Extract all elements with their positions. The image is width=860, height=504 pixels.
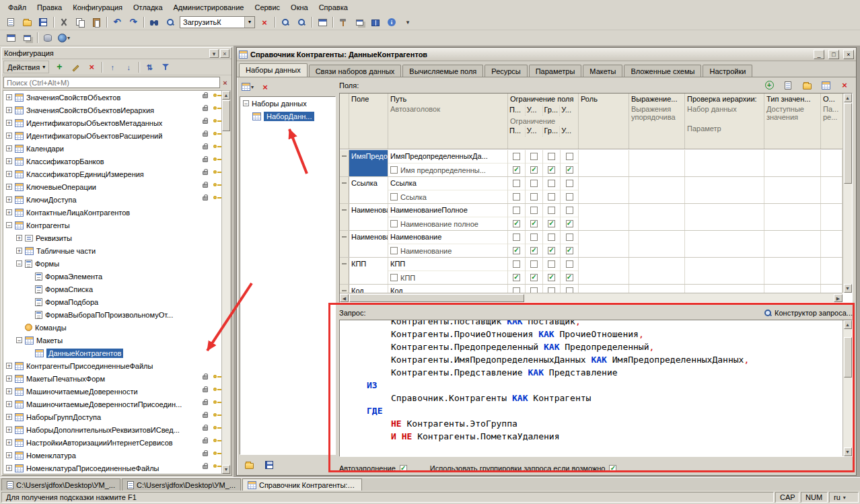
menu-item-4[interactable]: Администрирование (168, 1, 250, 13)
attr-restriction-checkbox[interactable] (566, 220, 573, 227)
delete-button[interactable]: × (84, 61, 99, 74)
value-type-cell[interactable] (764, 231, 821, 257)
close-panel-button[interactable]: × (220, 49, 229, 58)
expander-icon[interactable]: − (16, 337, 22, 343)
row-handle[interactable] (340, 258, 349, 284)
path-cell[interactable]: КППКПП (388, 258, 508, 284)
field-restriction-checkbox[interactable] (566, 180, 573, 187)
sort-button[interactable]: ⇅ (142, 61, 157, 74)
attr-restriction-checkbox[interactable] (566, 274, 573, 281)
expander-icon[interactable]: + (6, 465, 12, 471)
expander-icon[interactable]: + (6, 427, 12, 433)
attr-restriction-checkbox[interactable] (548, 247, 555, 254)
tree-item[interactable]: ФормаВыбораПоПроизвольномуОт... (3, 308, 221, 321)
extra-cell[interactable] (821, 204, 843, 230)
scroll-thumb[interactable] (844, 103, 852, 184)
language-indicator[interactable]: ru ▾ (829, 492, 859, 503)
menu-item-2[interactable]: Конфигурация (67, 1, 128, 13)
field-restriction-checkbox[interactable] (513, 180, 520, 187)
value-type-cell[interactable] (764, 258, 821, 284)
tree-item[interactable]: ФормаЭлемента (3, 270, 221, 283)
field-name-cell[interactable]: Наименован (349, 231, 388, 257)
scroll-up-icon[interactable]: ▲ (844, 320, 852, 329)
grouping-checkbox[interactable] (609, 465, 616, 472)
expression-cell[interactable] (629, 177, 685, 203)
attr-restriction-checkbox[interactable] (513, 220, 520, 227)
scroll-right-icon[interactable]: ▶ (834, 294, 843, 302)
field-name-cell[interactable]: Ссылка (349, 177, 388, 203)
tab-7[interactable]: Настройки (703, 65, 752, 77)
compare-configuration-button[interactable] (20, 31, 34, 44)
tree-item[interactable]: +КонтактныеЛицаКонтрагентов (3, 206, 221, 219)
extra-cell[interactable] (821, 177, 843, 203)
extra-cell[interactable] (821, 150, 843, 176)
tree-item[interactable]: +ЗначенияСвойствОбъектовИерархия (3, 104, 221, 116)
menu-item-0[interactable]: Файл (3, 1, 32, 13)
attr-restriction-checkbox[interactable] (513, 247, 520, 254)
auto-title-checkbox[interactable] (390, 193, 398, 201)
open-configuration-button[interactable] (3, 31, 18, 44)
menu-item-1[interactable]: Правка (32, 1, 67, 13)
row-handle[interactable] (340, 231, 349, 257)
field-name-cell[interactable]: Наименован (349, 204, 388, 230)
scroll-down-icon[interactable]: ▼ (222, 465, 230, 474)
field-restriction-checkbox[interactable] (566, 207, 573, 214)
tree-item[interactable]: +НаборыДополнительныхРеквизитовИСвед... (3, 423, 221, 436)
path-cell[interactable]: СсылкаСсылка (388, 177, 508, 203)
query-builder-button[interactable]: Конструктор запроса... (764, 309, 853, 317)
field-restriction-checkbox[interactable] (513, 260, 520, 268)
expander-icon[interactable]: + (6, 388, 12, 394)
hierarchy-cell[interactable] (685, 204, 764, 230)
value-type-cell[interactable] (764, 177, 821, 203)
field-name-cell[interactable]: Код (349, 285, 388, 293)
field-restriction-checkbox[interactable] (548, 180, 555, 187)
info-button[interactable]: i (384, 15, 399, 29)
scroll-up-icon[interactable]: ▲ (222, 91, 230, 100)
expression-cell[interactable] (629, 204, 685, 230)
expression-cell[interactable] (629, 285, 685, 293)
search-input[interactable] (3, 77, 220, 88)
attr-restriction-checkbox[interactable] (513, 274, 520, 281)
syntax-check-button[interactable] (336, 15, 351, 29)
attr-restriction-checkbox[interactable] (548, 274, 555, 281)
fields-table-hscrollbar[interactable]: ◀ ▶ (340, 293, 843, 302)
tree-item[interactable]: ДанныеКонтрагентов (3, 347, 221, 359)
expander-icon[interactable]: − (6, 222, 12, 228)
syntax-help-button[interactable] (368, 15, 383, 29)
field-restriction-checkbox[interactable] (530, 287, 538, 293)
format-document-button[interactable] (352, 15, 367, 29)
edit-button[interactable] (68, 61, 83, 74)
expression-cell[interactable] (629, 150, 685, 176)
attr-restriction-checkbox[interactable] (530, 247, 538, 254)
window-tab[interactable]: C:\Users\jdfox\Desktop\УМ_... (122, 478, 241, 491)
global-search-button[interactable] (147, 15, 162, 29)
tree-item[interactable]: +КлючевыеОперации (3, 180, 221, 193)
delete-field-button[interactable]: × (837, 79, 852, 92)
maximize-button[interactable]: □ (828, 50, 839, 59)
tab-1[interactable]: Связи наборов данных (309, 65, 402, 77)
window-tab[interactable]: Справочник Контрагенты: Д... (242, 478, 362, 491)
filter-button[interactable] (158, 61, 173, 74)
value-type-cell[interactable] (764, 285, 821, 293)
field-restriction-checkbox[interactable] (530, 233, 538, 241)
expander-icon[interactable]: + (6, 196, 12, 203)
hierarchy-cell[interactable] (685, 285, 764, 293)
value-type-cell[interactable] (764, 204, 821, 230)
add-field-folder-button[interactable] (799, 79, 814, 92)
move-up-button[interactable]: ↑ (105, 61, 120, 74)
table-row[interactable]: НаименованНаименованиеПолноеНаименование… (340, 204, 843, 231)
attr-restriction-checkbox[interactable] (530, 193, 538, 201)
cut-button[interactable] (57, 15, 71, 29)
table-row[interactable]: КППКППКПП (340, 258, 843, 285)
actions-menu-button[interactable]: Действия ▾ (3, 61, 49, 73)
field-name-cell[interactable]: ИмяПредопр (349, 150, 388, 176)
role-cell[interactable] (579, 285, 629, 293)
role-cell[interactable] (579, 204, 629, 230)
extra-cell[interactable] (821, 258, 843, 284)
tree-item[interactable]: ФормаСписка (3, 283, 221, 295)
field-restriction-checkbox[interactable] (548, 287, 555, 293)
tree-item[interactable]: −Макеты (3, 334, 221, 347)
expander-icon[interactable]: + (6, 375, 12, 382)
field-restriction-checkbox[interactable] (530, 260, 538, 268)
new-document-button[interactable] (3, 15, 18, 29)
